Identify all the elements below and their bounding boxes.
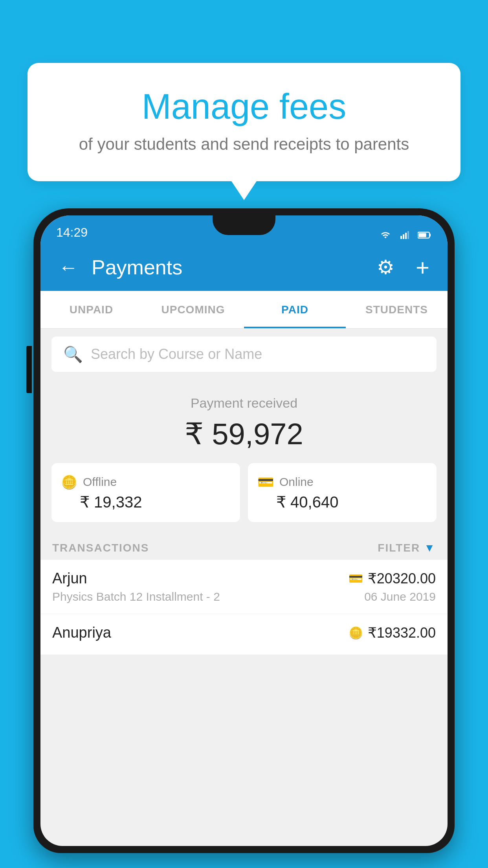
transaction-top: Anupriya 🪙 ₹19332.00	[52, 624, 436, 641]
transaction-course: Physics Batch 12 Installment - 2	[52, 590, 220, 603]
offline-card: 🪙 Offline ₹ 19,332	[51, 463, 240, 522]
transaction-pay-icon: 💳	[349, 572, 363, 585]
search-icon: 🔍	[63, 345, 83, 364]
svg-rect-0	[400, 236, 402, 239]
battery-icon	[418, 230, 432, 240]
settings-button[interactable]: ⚙	[373, 252, 398, 283]
tab-students[interactable]: STUDENTS	[346, 291, 448, 328]
tab-paid[interactable]: PAID	[244, 291, 346, 328]
online-card-header: 💳 Online	[257, 474, 314, 490]
signal-icon	[398, 230, 412, 240]
offline-amount: ₹ 19,332	[80, 493, 142, 511]
speech-bubble-subtitle: of your students and send receipts to pa…	[47, 135, 441, 154]
offline-card-header: 🪙 Offline	[61, 474, 117, 490]
online-amount: ₹ 40,640	[276, 493, 338, 511]
online-card: 💳 Online ₹ 40,640	[248, 463, 437, 522]
payment-cards: 🪙 Offline ₹ 19,332 💳 Online ₹ 40,640	[51, 463, 437, 522]
transaction-row[interactable]: Anupriya 🪙 ₹19332.00	[40, 614, 448, 655]
svg-rect-2	[405, 233, 407, 239]
transaction-name: Anupriya	[52, 624, 111, 641]
transactions-label: TRANSACTIONS	[52, 542, 149, 554]
speech-bubble: Manage fees of your students and send re…	[28, 63, 460, 181]
offline-label: Offline	[83, 475, 117, 489]
svg-rect-5	[429, 234, 431, 237]
app-bar: ← Payments ⚙ +	[40, 244, 448, 291]
back-button[interactable]: ←	[55, 252, 82, 283]
transaction-date: 06 June 2019	[364, 590, 436, 603]
transaction-amount: ₹19332.00	[368, 625, 436, 641]
transaction-name: Arjun	[52, 570, 87, 587]
transaction-pay-icon: 🪙	[349, 626, 363, 640]
payment-label: Payment received	[51, 395, 437, 411]
phone-notch	[213, 215, 275, 235]
tab-upcoming[interactable]: UPCOMING	[142, 291, 244, 328]
filter-label: FILTER	[378, 542, 420, 554]
tab-unpaid[interactable]: UNPAID	[40, 291, 142, 328]
online-icon: 💳	[257, 474, 274, 490]
online-label: Online	[279, 475, 314, 489]
filter-icon: ▼	[424, 542, 436, 554]
transaction-top: Arjun 💳 ₹20320.00	[52, 570, 436, 587]
transaction-amount-wrap: 💳 ₹20320.00	[349, 570, 436, 587]
app-title: Payments	[92, 256, 363, 279]
wifi-icon	[378, 230, 393, 240]
phone-screen: 14:29 ← Payments ⚙ + UNPAID	[40, 215, 448, 846]
filter-button[interactable]: FILTER ▼	[378, 542, 436, 554]
svg-rect-6	[418, 233, 426, 237]
svg-rect-1	[403, 234, 404, 239]
tab-bar: UNPAID UPCOMING PAID STUDENTS	[40, 291, 448, 329]
svg-rect-3	[407, 231, 409, 239]
phone-container: 14:29 ← Payments ⚙ + UNPAID	[33, 208, 455, 868]
search-input[interactable]: Search by Course or Name	[91, 346, 262, 362]
status-time: 14:29	[56, 225, 88, 240]
offline-icon: 🪙	[61, 474, 77, 490]
transaction-amount-wrap: 🪙 ₹19332.00	[349, 625, 436, 641]
search-bar[interactable]: 🔍 Search by Course or Name	[51, 337, 437, 372]
payment-total-amount: ₹ 59,972	[51, 416, 437, 451]
phone-frame: 14:29 ← Payments ⚙ + UNPAID	[33, 208, 455, 853]
payment-summary: Payment received ₹ 59,972 🪙 Offline ₹ 19…	[40, 380, 448, 534]
add-button[interactable]: +	[412, 250, 433, 285]
status-icons	[378, 230, 432, 240]
transaction-amount: ₹20320.00	[368, 570, 436, 587]
transactions-header: TRANSACTIONS FILTER ▼	[40, 534, 448, 560]
transaction-bottom: Physics Batch 12 Installment - 2 06 June…	[52, 590, 436, 603]
transaction-row[interactable]: Arjun 💳 ₹20320.00 Physics Batch 12 Insta…	[40, 560, 448, 614]
speech-bubble-title: Manage fees	[47, 86, 441, 127]
search-container: 🔍 Search by Course or Name	[40, 329, 448, 380]
